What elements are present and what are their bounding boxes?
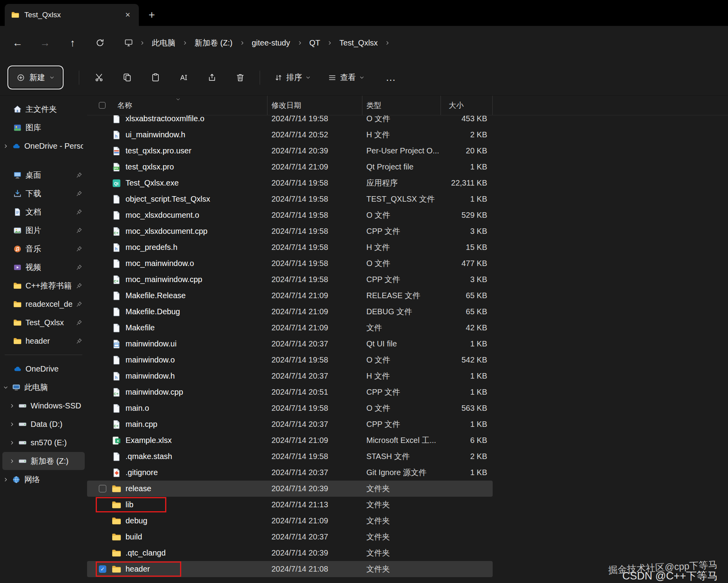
sidebar-item-pictures[interactable]: 图片 (2, 221, 85, 239)
new-tab-button[interactable]: + (144, 7, 160, 23)
file-row[interactable]: moc_mainwindow.cpp2024/7/14 19:58CPP 文件3… (87, 271, 493, 288)
sidebar-item-readexcel-dem[interactable]: readexcel_dem (2, 295, 85, 313)
file-row[interactable]: Makefile.Release2024/7/14 21:09RELEASE 文… (87, 288, 493, 304)
sidebar-item-documents[interactable]: 文档 (2, 203, 85, 221)
row-checkbox[interactable] (99, 485, 106, 492)
column-name[interactable]: 名称 (87, 96, 268, 115)
file-row[interactable]: ✓header2024/7/14 21:08文件夹 (87, 561, 493, 577)
chevron-right-icon[interactable] (3, 144, 8, 149)
sidebar-item-onedrive[interactable]: OneDrive (2, 360, 85, 378)
file-row[interactable]: ui_mainwindow.h2024/7/14 20:52H 文件2 KB (87, 127, 493, 143)
sort-button[interactable]: 排序 (269, 68, 315, 87)
sidebar-item-network[interactable]: 网络 (2, 470, 85, 488)
file-row[interactable]: moc_xlsxdocument.cpp2024/7/14 19:58CPP 文… (87, 223, 493, 239)
refresh-button[interactable] (89, 32, 111, 53)
breadcrumb-item[interactable]: QT (306, 36, 324, 50)
sidebar-item-windows-ssd-c[interactable]: Windows-SSD (C (2, 397, 85, 415)
file-row[interactable]: .qtc_clangd2024/7/14 20:39文件夹 (87, 545, 493, 561)
chevron-right-icon[interactable] (9, 422, 15, 427)
file-row[interactable]: mainwindow.cpp2024/7/14 20:51CPP 文件1 KB (87, 384, 493, 400)
file-type: O 文件 (362, 352, 441, 368)
column-size[interactable]: 大小 (441, 96, 493, 115)
file-size: 3 KB (441, 271, 493, 288)
file-row[interactable]: lib2024/7/14 21:13文件夹 (87, 497, 493, 513)
file-type: CPP 文件 (362, 271, 441, 288)
sidebar-item-onedrive-personal[interactable]: OneDrive - Persor (2, 137, 85, 155)
file-size: 1 KB (441, 384, 493, 400)
file-row[interactable]: moc_xlsxdocument.o2024/7/14 19:58O 文件529… (87, 207, 493, 223)
file-row[interactable]: mainwindow.h2024/7/14 20:37H 文件1 KB (87, 368, 493, 384)
sidebar-item-gallery[interactable]: 图库 (2, 118, 85, 137)
sidebar-item-music[interactable]: 音乐 (2, 240, 85, 258)
file-row[interactable]: test_qxlsx.pro.user2024/7/14 20:39Per-Us… (87, 143, 493, 159)
back-button[interactable]: ← (7, 32, 28, 53)
chevron-right-icon[interactable] (9, 440, 15, 445)
sidebar-item-downloads[interactable]: 下载 (2, 184, 85, 202)
explorer-tab[interactable]: Test_Qxlsx × (5, 4, 139, 26)
sidebar-item-test-qxlsx[interactable]: Test_Qxlsx (2, 313, 85, 332)
file-date: 2024/7/14 21:08 (268, 561, 362, 577)
chevron-right-icon (182, 40, 187, 46)
file-row[interactable]: test_qxlsx.pro2024/7/14 21:09Qt Project … (87, 159, 493, 175)
file-row[interactable]: main.cpp2024/7/14 20:37CPP 文件1 KB (87, 416, 493, 432)
sidebar-item-header[interactable]: header (2, 332, 85, 350)
file-row[interactable]: object_script.Test_Qxlsx2024/7/14 19:58T… (87, 191, 493, 207)
sidebar-item-sn570-e[interactable]: sn570 (E:) (2, 434, 85, 452)
chevron-right-icon[interactable] (3, 477, 8, 482)
select-all-checkbox[interactable] (99, 102, 106, 109)
file-row[interactable]: xlsxabstractooxmlfile.o2024/7/14 19:58O … (87, 115, 493, 127)
sidebar-item-cpp-books[interactable]: C++推荐书籍 (2, 277, 85, 295)
new-button[interactable]: 新建 (9, 67, 62, 87)
file-row[interactable]: debug2024/7/14 21:09文件夹 (87, 513, 493, 529)
file-row[interactable]: release2024/7/14 20:39文件夹 (87, 481, 493, 497)
column-type[interactable]: 类型 (362, 96, 441, 115)
rename-button[interactable] (173, 67, 194, 88)
sidebar-item-new-volume-z[interactable]: 新加卷 (Z:) (2, 452, 85, 470)
file-size: 1 KB (441, 336, 493, 352)
file-row[interactable]: Example.xlsx2024/7/14 21:09Microsoft Exc… (87, 432, 493, 448)
file-type: Microsoft Excel 工... (362, 432, 441, 448)
forward-button[interactable]: → (35, 32, 56, 53)
share-button[interactable] (201, 67, 222, 88)
file-row[interactable]: main.o2024/7/14 19:58O 文件563 KB (87, 400, 493, 416)
sidebar-item-desktop[interactable]: 桌面 (2, 166, 85, 184)
chevron-right-icon[interactable] (9, 459, 15, 464)
sidebar-item-data-d[interactable]: Data (D:) (2, 415, 85, 433)
pin-icon (76, 264, 82, 271)
delete-button[interactable] (229, 67, 251, 88)
sidebar-item-home[interactable]: 主文件夹 (2, 100, 85, 118)
file-row[interactable]: moc_mainwindow.o2024/7/14 19:58O 文件477 K… (87, 255, 493, 271)
file-row[interactable]: mainwindow.o2024/7/14 19:58O 文件542 KB (87, 352, 493, 368)
sidebar-item-this-pc[interactable]: 此电脑 (2, 378, 85, 396)
file-row[interactable]: build2024/7/14 20:37文件夹 (87, 529, 493, 545)
file-size: 1 KB (441, 191, 493, 207)
file-row[interactable]: Makefile2024/7/14 21:09文件42 KB (87, 320, 493, 336)
file-size: 477 KB (441, 255, 493, 271)
file-row[interactable]: mainwindow.ui2024/7/14 20:37Qt UI file1 … (87, 336, 493, 352)
more-button[interactable]: … (382, 70, 400, 85)
sidebar-item-videos[interactable]: 视频 (2, 258, 85, 276)
chevron-right-icon[interactable] (9, 403, 15, 408)
file-row[interactable]: .qmake.stash2024/7/14 19:58STASH 文件2 KB (87, 448, 493, 465)
row-checkbox[interactable]: ✓ (99, 565, 106, 573)
file-row[interactable]: Makefile.Debug2024/7/14 21:09DEBUG 文件65 … (87, 304, 493, 320)
file-type: 文件夹 (362, 481, 441, 497)
file-row[interactable]: moc_predefs.h2024/7/14 19:58H 文件15 KB (87, 239, 493, 255)
file-row[interactable]: .gitignore2024/7/14 20:37Git Ignore 源文件1… (87, 465, 493, 481)
breadcrumb-item[interactable]: Test_Qxlsx (335, 36, 382, 50)
sidebar-item-label: Data (D:) (31, 420, 83, 429)
breadcrumb-item[interactable]: gitee-study (248, 36, 294, 50)
file-type: O 文件 (362, 255, 441, 271)
file-row[interactable]: Test_Qxlsx.exe2024/7/14 19:58应用程序22,311 … (87, 175, 493, 191)
tab-close-icon[interactable]: × (123, 10, 133, 20)
copy-button[interactable] (116, 67, 138, 88)
paste-button[interactable] (145, 67, 166, 88)
breadcrumb-item[interactable]: 此电脑 (148, 35, 179, 51)
chevron-down-icon[interactable] (3, 385, 8, 390)
up-button[interactable]: ↑ (62, 32, 83, 53)
chevron-down-icon (359, 75, 364, 80)
view-button[interactable]: 查看 (323, 68, 369, 87)
breadcrumb-item[interactable]: 新加卷 (Z:) (191, 35, 237, 51)
column-date[interactable]: 修改日期 (268, 96, 362, 115)
cut-button[interactable] (88, 67, 109, 88)
